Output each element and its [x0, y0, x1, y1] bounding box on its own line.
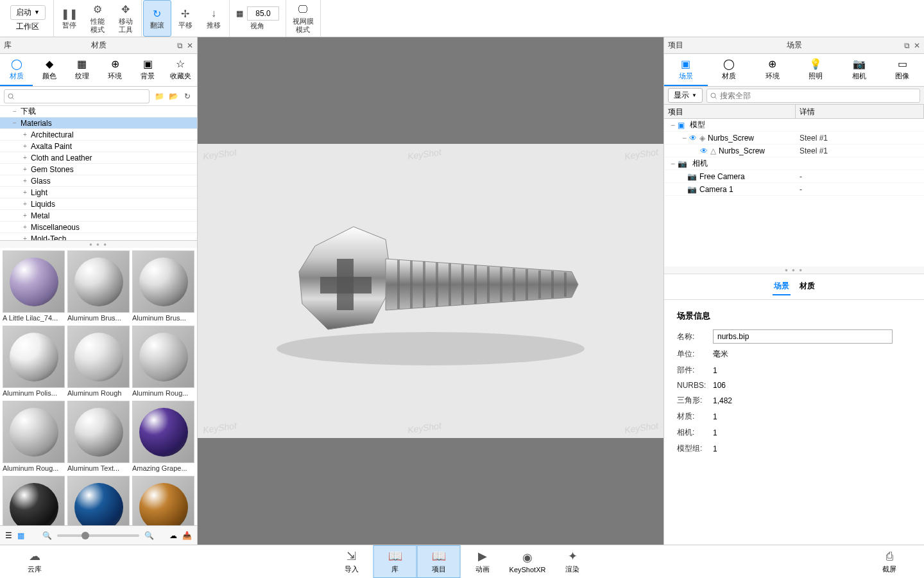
tab-backplates[interactable]: ▣背景: [132, 54, 164, 86]
material-thumb[interactable]: Aluminum Polis...: [3, 326, 65, 398]
library-search-input[interactable]: [4, 89, 150, 103]
tree-row[interactable]: −👁◈Nurbs_ScrewSteel #1: [664, 132, 924, 144]
performance-button[interactable]: ⚙性能 模式: [83, 0, 112, 37]
material-thumb[interactable]: A Little Lilac_74...: [3, 250, 65, 323]
tree-row[interactable]: +Glass: [0, 175, 197, 187]
col-item[interactable]: 项目: [664, 105, 796, 118]
tab-environment[interactable]: ⊕环境: [751, 54, 794, 86]
pan-button[interactable]: ✢平移: [171, 0, 200, 37]
undock-icon[interactable]: ⧉: [177, 41, 183, 50]
tab-environments[interactable]: ⊕环境: [99, 54, 132, 86]
viewport[interactable]: KeyShot KeyShot KeyShot KeyShot KeyShot …: [198, 37, 663, 545]
material-thumb[interactable]: Aluminum Text...: [67, 401, 130, 473]
tumble-button[interactable]: ↻翻滚: [143, 0, 171, 37]
tree-row[interactable]: −📷相机: [664, 157, 924, 170]
cloud-icon[interactable]: ☁: [169, 531, 177, 540]
tab-materials[interactable]: ◯材质: [0, 54, 33, 86]
info-value: 106: [713, 381, 726, 390]
tree-row[interactable]: +Architectural: [0, 129, 197, 141]
tree-row[interactable]: −下载: [0, 106, 197, 118]
list-view-icon[interactable]: ☰: [5, 531, 12, 540]
splitter-handle[interactable]: ● ● ●: [0, 241, 197, 248]
project-toggle-button[interactable]: 📖项目: [417, 545, 461, 578]
material-thumb[interactable]: [67, 476, 130, 525]
import-icon[interactable]: 📥: [182, 531, 192, 540]
scene-icon: ▣: [681, 58, 690, 70]
import-icon: ⇲: [346, 549, 356, 563]
dolly-icon: ↓: [207, 7, 220, 20]
scene-subtabs: 场景 材质: [664, 274, 924, 300]
tree-row[interactable]: −▣模型: [664, 119, 924, 132]
screenshot-button[interactable]: ⎙截屏: [868, 547, 911, 577]
grid-view-icon[interactable]: ▦: [17, 531, 24, 540]
xr-icon: ◉: [522, 550, 533, 565]
tab-lighting[interactable]: 💡照明: [794, 54, 838, 86]
material-thumbnails: A Little Lilac_74...Aluminum Brus...Alum…: [0, 248, 197, 525]
scene-name-input[interactable]: [713, 329, 893, 344]
dolly-button[interactable]: ↓推移: [200, 0, 228, 37]
tree-row[interactable]: +Cloth and Leather: [0, 152, 197, 164]
start-button[interactable]: 启动▼ 工作区: [4, 0, 52, 37]
tab-image[interactable]: ▭图像: [881, 54, 925, 86]
tab-material[interactable]: ◯材质: [708, 54, 751, 86]
close-icon[interactable]: ✕: [914, 41, 920, 50]
undock-icon[interactable]: ⧉: [904, 41, 910, 50]
tree-row[interactable]: −Materials: [0, 118, 197, 129]
tab-favorites[interactable]: ☆收藏夹: [164, 54, 197, 86]
material-thumb[interactable]: Aluminum Roug...: [132, 326, 194, 398]
keyshotxr-button[interactable]: ◉KeyShotXR: [504, 545, 551, 578]
render-area[interactable]: KeyShot KeyShot KeyShot KeyShot KeyShot …: [198, 144, 663, 438]
tree-row[interactable]: +Light: [0, 187, 197, 198]
col-details[interactable]: 详情: [796, 105, 924, 118]
tree-row[interactable]: 👁△Nurbs_ScrewSteel #1: [664, 144, 924, 157]
material-thumb[interactable]: [132, 476, 194, 525]
visibility-icon[interactable]: 👁: [689, 134, 697, 143]
library-toggle-button[interactable]: 📖库: [373, 545, 417, 578]
thumb-size-slider[interactable]: [57, 534, 139, 537]
material-thumb[interactable]: Aluminum Brus...: [67, 250, 130, 323]
tree-row[interactable]: +Mold-Tech: [0, 233, 197, 241]
material-tree[interactable]: −下载 −Materials +Architectural+Axalta Pai…: [0, 106, 197, 241]
folder-refresh-icon[interactable]: ↻: [182, 91, 193, 102]
tree-row[interactable]: +Metal: [0, 210, 197, 222]
folder-open-icon[interactable]: 📂: [167, 91, 179, 102]
tab-scene[interactable]: ▣场景: [664, 54, 708, 86]
tab-camera[interactable]: 📷相机: [837, 54, 881, 86]
scene-info-header: 场景信息: [677, 310, 911, 322]
splitter-handle[interactable]: ● ● ●: [664, 267, 924, 274]
material-thumb[interactable]: Aluminum Roug...: [3, 401, 65, 473]
material-thumb[interactable]: Amazing Grape...: [132, 401, 194, 473]
tree-row[interactable]: 📷Camera 1-: [664, 183, 924, 196]
pause-button[interactable]: ❚❚暂停: [55, 0, 83, 37]
move-tool-button[interactable]: ✥移动 工具: [112, 0, 140, 37]
project-search-input[interactable]: [706, 89, 920, 103]
tree-row[interactable]: 📷Free Camera-: [664, 170, 924, 183]
tree-row[interactable]: +Liquids: [0, 198, 197, 210]
move-icon: ✥: [119, 3, 132, 16]
zoom-in-icon[interactable]: 🔍: [144, 531, 154, 540]
animation-button[interactable]: ▶动画: [461, 545, 504, 578]
image-icon: ▣: [143, 58, 153, 70]
material-thumb[interactable]: Aluminum Rough: [67, 326, 130, 398]
subtab-scene[interactable]: 场景: [773, 278, 791, 295]
close-icon[interactable]: ✕: [187, 41, 193, 50]
tree-row[interactable]: +Axalta Paint: [0, 141, 197, 152]
tab-textures[interactable]: ▦纹理: [65, 54, 98, 86]
tab-colors[interactable]: ◆颜色: [33, 54, 65, 86]
fov-button[interactable]: ▦ 视角: [231, 0, 284, 37]
fov-input[interactable]: [247, 6, 279, 21]
render-button[interactable]: ✦渲染: [551, 545, 594, 578]
material-thumb[interactable]: [3, 476, 65, 525]
material-thumb[interactable]: Aluminum Brus...: [132, 250, 194, 323]
subtab-material[interactable]: 材质: [798, 278, 816, 295]
cloud-library-button[interactable]: ☁云库: [13, 547, 56, 577]
folder-add-icon[interactable]: 📁: [153, 91, 165, 102]
import-button[interactable]: ⇲导入: [330, 545, 373, 578]
tree-row[interactable]: +Gem Stones: [0, 164, 197, 175]
show-dropdown[interactable]: 显示▼: [668, 88, 703, 103]
visibility-icon[interactable]: 👁: [700, 146, 708, 155]
library-panel-title: 库 材质 ⧉✕: [0, 37, 197, 54]
tree-row[interactable]: +Miscellaneous: [0, 222, 197, 233]
zoom-out-icon[interactable]: 🔍: [42, 531, 52, 540]
retina-button[interactable]: 🖵视网膜 模式: [287, 0, 319, 37]
